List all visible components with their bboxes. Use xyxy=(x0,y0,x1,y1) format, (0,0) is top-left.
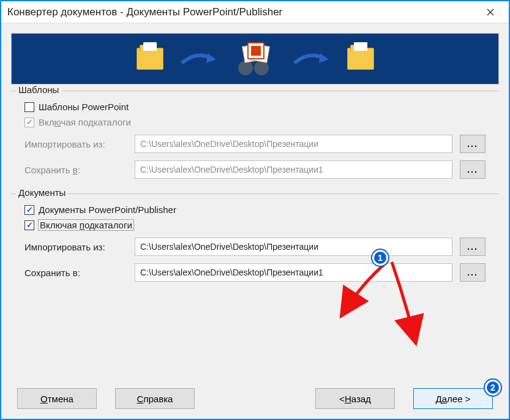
templates-import-input: C:\Users\alex\OneDrive\Desktop\Презентац… xyxy=(135,135,452,153)
folder-target-icon xyxy=(347,48,374,70)
templates-group: Шаблоны Шаблоны PowerPoint Включая подка… xyxy=(11,91,499,191)
save-to-label: Сохранить в: xyxy=(24,268,127,278)
window-title: Конвертер документов - Документы PowerPo… xyxy=(7,6,282,18)
dialog-window: Конвертер документов - Документы PowerPo… xyxy=(0,0,510,420)
arrow-icon xyxy=(181,50,217,68)
checkbox-icon xyxy=(24,118,34,127)
help-button[interactable]: Справка xyxy=(115,388,195,409)
browse-button[interactable]: ... xyxy=(460,160,486,179)
documents-powerpoint-checkbox-row[interactable]: Документы PowerPoint/Publisher xyxy=(24,204,486,215)
templates-subfolders-checkbox-row: Включая подкаталоги xyxy=(24,117,486,127)
converter-icon xyxy=(234,43,276,74)
templates-import-row: Импортировать из: C:\Users\alex\OneDrive… xyxy=(24,135,486,153)
close-button[interactable] xyxy=(478,3,503,21)
checkbox-icon xyxy=(24,205,34,215)
annotation-badge-2: 2 xyxy=(485,380,501,396)
templates-save-row: Сохранить в: C:\Users\alex\OneDrive\Desk… xyxy=(24,160,486,179)
documents-group: Документы Документы PowerPoint/Publisher… xyxy=(11,193,499,294)
annotation-badge-1: 1 xyxy=(372,250,388,266)
checkbox-label: Документы PowerPoint/Publisher xyxy=(39,204,176,215)
banner-graphic xyxy=(11,33,499,84)
save-to-label: Сохранить в: xyxy=(24,165,127,175)
checkbox-label: Включая подкаталоги xyxy=(39,220,133,230)
checkbox-icon xyxy=(24,220,34,230)
import-from-label: Импортировать из: xyxy=(24,139,127,149)
back-button[interactable]: < Назад xyxy=(315,388,395,409)
cancel-button[interactable]: Отмена xyxy=(17,388,97,409)
documents-save-row: Сохранить в: C:\Users\alex\OneDrive\Desk… xyxy=(24,263,486,282)
templates-legend: Шаблоны xyxy=(16,84,61,95)
checkbox-label: Включая подкаталоги xyxy=(39,117,131,127)
browse-button[interactable]: ... xyxy=(460,135,486,153)
next-button[interactable]: Далее > xyxy=(413,388,493,409)
templates-save-input: C:\Users\alex\OneDrive\Desktop\Презентац… xyxy=(135,160,452,179)
templates-powerpoint-checkbox-row[interactable]: Шаблоны PowerPoint xyxy=(24,102,486,112)
browse-button[interactable]: ... xyxy=(460,238,486,256)
documents-subfolders-checkbox-row[interactable]: Включая подкаталоги xyxy=(24,220,486,230)
import-from-label: Импортировать из: xyxy=(24,242,127,252)
checkbox-label: Шаблоны PowerPoint xyxy=(39,102,129,112)
folder-source-icon xyxy=(137,48,163,70)
arrow-icon xyxy=(293,50,330,68)
documents-save-input[interactable]: C:\Users\alex\OneDrive\Desktop\Презентац… xyxy=(135,263,452,282)
documents-legend: Документы xyxy=(16,187,68,198)
dialog-buttons: Отмена Справка < Назад Далее > xyxy=(1,388,509,409)
checkbox-icon xyxy=(24,102,34,112)
titlebar: Конвертер документов - Документы PowerPo… xyxy=(1,1,509,23)
close-icon xyxy=(487,9,494,16)
documents-import-input[interactable]: C:\Users\alex\OneDrive\Desktop\Презентац… xyxy=(135,238,452,256)
documents-import-row: Импортировать из: C:\Users\alex\OneDrive… xyxy=(24,238,486,256)
browse-button[interactable]: ... xyxy=(460,263,486,282)
